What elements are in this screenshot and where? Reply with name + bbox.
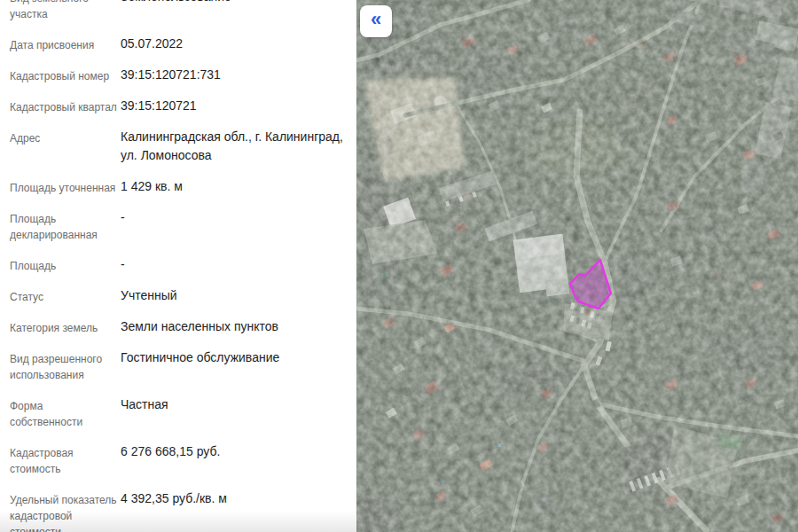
info-label: Кадастровая стоимость	[10, 442, 118, 477]
info-row-area: Площадь-	[10, 255, 356, 274]
satellite-imagery	[356, 0, 798, 532]
info-row-address: АдресКалининградская обл., г. Калинингра…	[10, 128, 356, 165]
info-row-land-type: Вид земельного участкаЗемлепользование	[10, 0, 356, 22]
info-value: Гостиничное обслуживание	[121, 348, 356, 367]
info-row-specific-value: Удельный показатель кадастровой стоимост…	[10, 489, 356, 532]
info-label: Кадастровый номер	[10, 66, 118, 84]
info-label: Удельный показатель кадастровой стоимост…	[10, 489, 118, 532]
info-value: Учтенный	[121, 286, 356, 305]
info-row-cadastral-value: Кадастровая стоимость6 276 668,15 руб.	[10, 442, 356, 477]
info-value: 1 429 кв. м	[121, 177, 356, 196]
info-label: Вид земельного участка	[10, 0, 118, 22]
info-value: -	[121, 208, 356, 227]
info-value: 4 392,35 руб./кв. м	[121, 489, 356, 508]
info-value: Частная	[121, 395, 356, 414]
info-row-cadastral-quarter: Кадастровый квартал39:15:120721	[10, 97, 356, 115]
map-terrain	[356, 0, 798, 532]
info-label: Форма собственности	[10, 395, 118, 430]
info-row-area-refined: Площадь уточненная1 429 кв. м	[10, 177, 356, 196]
info-value: 39:15:120721	[121, 97, 356, 115]
info-row-land-category: Категория земельЗемли населенных пунктов	[10, 317, 356, 336]
info-label: Адрес	[10, 128, 118, 146]
info-label: Статус	[10, 286, 118, 305]
info-row-status: СтатусУчтенный	[10, 286, 356, 305]
info-value: 39:15:120721:731	[121, 66, 356, 84]
info-value: Земли населенных пунктов	[121, 317, 356, 336]
info-label: Категория земель	[10, 317, 118, 336]
info-row-cadastral-number: Кадастровый номер39:15:120721:731	[10, 66, 356, 84]
info-value: Землепользование	[121, 0, 356, 6]
info-label: Кадастровый квартал	[10, 97, 118, 115]
info-row-permitted-use: Вид разрешенного использованияГостинично…	[10, 348, 356, 383]
collapse-panel-button[interactable]: «	[360, 5, 392, 37]
parcel-info-rows: Вид земельного участкаЗемлепользование Д…	[0, 0, 356, 532]
map-container[interactable]: «	[356, 0, 798, 532]
info-row-area-declared: Площадь декларированная-	[10, 208, 356, 243]
info-value: -	[121, 255, 356, 274]
info-value: 05.07.2022	[121, 35, 356, 53]
info-label: Площадь	[10, 255, 118, 274]
parcel-info-panel: Вид земельного участкаЗемлепользование Д…	[0, 0, 356, 532]
info-label: Площадь уточненная	[10, 177, 118, 196]
info-value: 6 276 668,15 руб.	[121, 442, 356, 461]
info-label: Площадь декларированная	[10, 208, 118, 243]
info-row-date-assigned: Дата присвоения05.07.2022	[10, 35, 356, 53]
info-value: Калининградская обл., г. Калининград, ул…	[121, 128, 356, 165]
chevrons-left-icon: «	[371, 10, 381, 29]
info-row-ownership-form: Форма собственностиЧастная	[10, 395, 356, 430]
info-label: Вид разрешенного использования	[10, 348, 118, 383]
cadastre-viewer: Вид земельного участкаЗемлепользование Д…	[0, 0, 798, 532]
info-label: Дата присвоения	[10, 35, 118, 53]
